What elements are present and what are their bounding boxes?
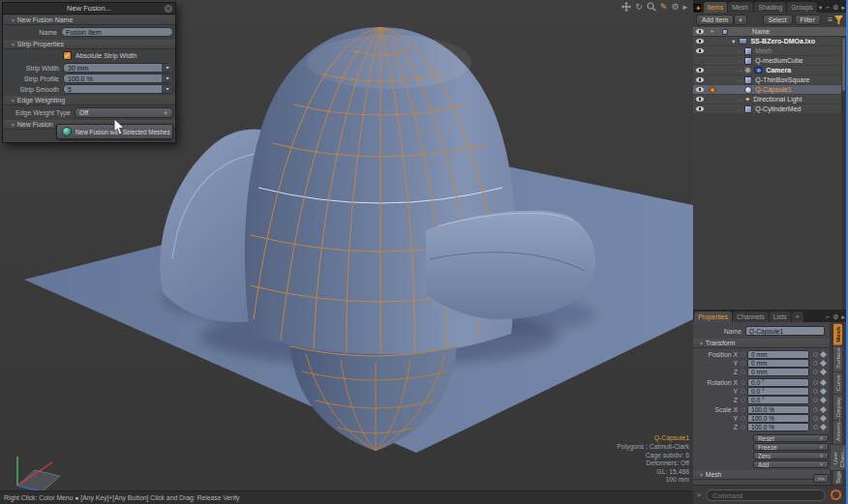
channel-state-icon[interactable] [813,389,818,394]
tree-row-scene[interactable]: ▼SS-BZero-DMOa.lxo [693,37,841,46]
section-new-fusion-name[interactable]: ▾New Fusion Name [4,15,175,25]
tree-row-directional-light[interactable]: –✦Directional Light [693,95,841,104]
channel-state-icon[interactable] [813,361,818,366]
strip-profile-field[interactable]: ◂▸ [63,74,173,83]
tree-row-thinboxsquare[interactable]: –Q-ThinBoxSquare [693,75,841,85]
collapse-triangle-icon[interactable]: ▾ [700,472,703,478]
strip-width-field[interactable]: ◂▸ [63,63,173,73]
side-tab-assembly[interactable]: Assem... [833,421,842,444]
collapse-triangle-icon[interactable]: ▾ [12,17,15,23]
panel-thumb-icon[interactable] [694,4,701,12]
side-tab-surface[interactable]: Surface [833,346,842,371]
channel-state-icon[interactable] [813,370,818,374]
add-item-button[interactable]: Add Item [696,15,734,25]
channel-ring-icon[interactable] [741,416,745,421]
expand-triangle-icon[interactable]: ▼ [731,39,736,44]
record-circle-icon[interactable] [831,489,841,500]
list-options-icon[interactable]: ≡ [828,15,833,24]
channel-ring-icon[interactable] [741,398,745,402]
gear-icon[interactable]: ⚙ [671,2,679,12]
channel-ring-icon[interactable] [741,370,745,374]
side-tab-display[interactable]: Display [833,395,842,420]
channel-state-icon[interactable] [813,416,818,421]
tab-channels[interactable]: Channels [733,311,769,322]
section-strip-properties[interactable]: ▾Strip Properties [4,40,175,49]
scale-x-field[interactable] [747,405,809,414]
tree-row-mesh[interactable]: –Mesh [693,46,841,56]
name-column-header[interactable]: Name [731,28,770,35]
gear-icon[interactable]: ⚙ [833,313,838,321]
tab-add-plus[interactable]: + [792,311,803,322]
scale-y-field[interactable] [747,414,809,423]
strip-smooth-field[interactable]: ◂▸ [63,84,173,94]
tab-mesh-ops[interactable]: Mesh ... [728,2,753,13]
pan-icon[interactable] [621,2,631,12]
eye-icon[interactable] [696,97,704,102]
collapse-triangle-icon[interactable]: ▾ [12,98,15,104]
caret-right-icon[interactable]: ▸ [841,4,845,12]
channel-state-icon[interactable] [813,407,818,412]
section-edge-weighting[interactable]: ▾Edge Weighting [4,96,175,105]
zoom-icon[interactable] [647,2,656,12]
transform-section-header[interactable]: ▾Transform [693,339,830,348]
strip-width-input[interactable] [64,65,162,72]
tab-properties[interactable]: Properties [694,311,732,322]
tree-row-camera[interactable]: –Camera [693,66,841,75]
channel-ring-icon[interactable] [741,352,745,357]
rotate-icon[interactable]: ↻ [635,2,643,12]
caret-right-icon[interactable]: ▸ [682,2,687,12]
tree-row-cylindermed[interactable]: –Q-CylinderMed [693,104,841,114]
rotation-y-field[interactable] [747,387,809,396]
side-tab-user-channels[interactable]: User Chan... [831,445,846,470]
eye-icon[interactable] [696,77,704,82]
expand-panel-icon[interactable]: ⌐ [826,313,830,320]
collapse-triangle-icon[interactable]: ▾ [12,42,15,47]
dialog-title[interactable]: New Fusion... [3,3,175,15]
mesh-section-header[interactable]: ▾Mesh [693,470,830,480]
eye-icon[interactable] [696,68,704,73]
add-button[interactable]: Add▼ [753,460,829,468]
position-x-field[interactable] [747,350,809,359]
close-icon[interactable]: ✕ [165,5,172,13]
side-tab-mesh[interactable]: Mesh [833,324,842,345]
tab-lists[interactable]: Lists [770,311,791,322]
eye-icon[interactable] [696,87,704,92]
channel-state-icon[interactable] [813,425,818,430]
channel-ring-icon[interactable] [741,425,745,430]
select-button[interactable]: Select [763,15,793,25]
eye-icon[interactable] [696,48,704,53]
command-input[interactable] [706,489,826,501]
pin-column-icon[interactable]: + [710,28,713,35]
side-tab-curve[interactable]: Curve [833,372,842,394]
channel-ring-icon[interactable] [741,407,745,412]
scale-z-field[interactable] [747,423,809,431]
channel-ring-icon[interactable] [741,361,745,366]
pin-icon[interactable] [708,85,715,93]
tab-shading[interactable]: Shading [754,2,786,13]
expand-panel-icon[interactable]: ⌐ [826,4,830,11]
funnel-filter-icon[interactable] [834,15,843,24]
filter-button[interactable]: Filter [795,15,821,25]
channel-ring-icon[interactable] [741,380,745,385]
collapse-triangle-icon[interactable]: ▾ [12,122,15,128]
reset-button[interactable]: Reset▼ [753,434,829,442]
tab-items[interactable]: Items [704,2,728,13]
position-y-field[interactable] [747,359,809,368]
zero-button[interactable]: Zero▼ [753,452,829,460]
strip-smooth-input[interactable] [64,86,162,93]
render-column-icon[interactable] [722,29,728,35]
fusion-name-field[interactable] [61,27,173,37]
tab-groups[interactable]: Groups [787,2,816,13]
caret-right-icon[interactable]: ▸ [841,313,845,321]
channel-state-icon[interactable] [813,352,818,357]
chevron-down-icon[interactable]: ▼ [818,5,823,11]
channel-state-icon[interactable] [813,398,818,402]
collapse-triangle-icon[interactable]: ▾ [700,341,703,346]
pen-icon[interactable]: ✎ [660,2,668,12]
stepper-arrows-icon[interactable]: ◂▸ [162,74,172,82]
tree-row-mediumcube[interactable]: –Q-mediumCube [693,56,841,66]
stepper-arrows-icon[interactable]: ◂▸ [162,64,172,72]
more-button[interactable]: >> [813,474,829,483]
add-item-dropdown-icon[interactable]: ▼ [734,15,746,25]
gear-icon[interactable]: ⚙ [833,4,838,12]
